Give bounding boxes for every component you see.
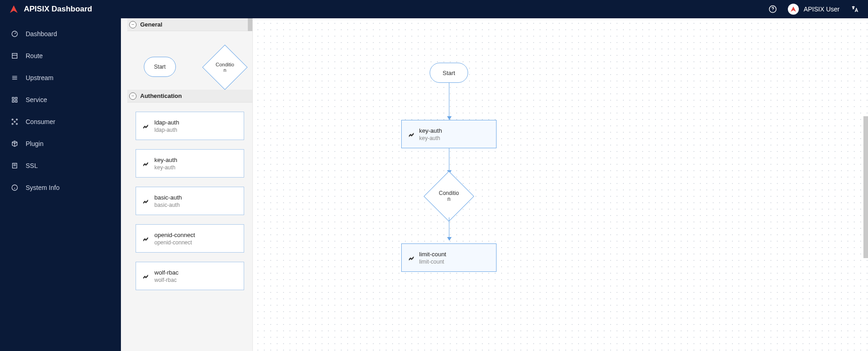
help-icon[interactable]: [769, 5, 777, 13]
plugin-icon: [142, 123, 149, 129]
plugin-title: openid-connect: [154, 232, 195, 238]
svg-point-10: [16, 119, 17, 120]
gauge-icon: [11, 30, 18, 38]
svg-rect-6: [12, 100, 14, 102]
sidebar-item-plugin[interactable]: Plugin: [0, 133, 121, 155]
sidebar-item-label: Consumer: [26, 118, 55, 125]
canvas-node-start[interactable]: Start: [430, 63, 468, 83]
layers-icon: [11, 74, 18, 81]
palette-plugin-ldap-auth[interactable]: ldap-auth ldap-auth: [136, 112, 244, 140]
plugin-icon: [142, 160, 149, 167]
palette-section-auth: ldap-auth ldap-auth key-auth key-auth: [127, 103, 252, 295]
plugin-title: wolf-rbac: [154, 269, 179, 276]
grid-icon: [11, 96, 18, 103]
svg-rect-7: [15, 100, 17, 102]
plugin-icon: [408, 254, 415, 261]
node-label: Start: [442, 70, 455, 76]
app-logo-icon: [9, 5, 18, 14]
collapse-icon[interactable]: −: [129, 92, 136, 100]
certificate-icon: [11, 162, 18, 169]
plugin-title: basic-auth: [154, 194, 182, 201]
svg-point-9: [12, 119, 13, 120]
plugin-subtitle: key-auth: [154, 164, 177, 171]
sidebar-item-route[interactable]: Route: [0, 45, 121, 67]
user-name: APISIX User: [803, 5, 840, 13]
app-title: APISIX Dashboard: [24, 5, 92, 14]
shape-palette: − General Start Condition −: [121, 18, 253, 351]
node-label: Condition: [431, 178, 467, 214]
palette-shape-condition[interactable]: Condition: [209, 51, 241, 83]
plugin-title: key-auth: [154, 157, 177, 163]
canvas-node-key-auth[interactable]: key-auth key-auth: [401, 120, 497, 148]
palette-section-auth-header[interactable]: − Authentication: [127, 90, 252, 103]
plugin-icon: [408, 131, 415, 137]
svg-rect-4: [12, 97, 14, 99]
sidebar-item-label: Upstream: [26, 74, 54, 81]
palette-section-title: Authentication: [140, 92, 182, 99]
palette-plugin-key-auth[interactable]: key-auth key-auth: [136, 149, 244, 178]
info-icon: [11, 184, 18, 191]
sidebar-item-label: Plugin: [26, 140, 44, 147]
palette-section-general: Start Condition: [127, 31, 252, 90]
avatar-icon: [788, 4, 799, 15]
sidebar-item-label: Dashboard: [26, 30, 57, 38]
plugin-subtitle: openid-connect: [154, 239, 195, 246]
route-icon: [11, 52, 18, 59]
collapse-icon[interactable]: −: [129, 21, 136, 28]
svg-point-12: [16, 123, 17, 124]
sidebar-item-service[interactable]: Service: [0, 89, 121, 111]
svg-rect-5: [15, 97, 17, 99]
sidebar-item-upstream[interactable]: Upstream: [0, 67, 121, 89]
plugin-subtitle: wolf-rbac: [154, 277, 179, 283]
sidebar-item-dashboard[interactable]: Dashboard: [0, 23, 121, 45]
node-subtitle: limit-count: [419, 259, 446, 265]
svg-point-11: [12, 123, 13, 124]
palette-plugin-wolf-rbac[interactable]: wolf-rbac wolf-rbac: [136, 262, 244, 290]
svg-point-8: [14, 121, 16, 123]
canvas-node-limit-count[interactable]: limit-count limit-count: [401, 243, 497, 272]
user-block[interactable]: APISIX User: [788, 4, 840, 15]
sidebar-item-label: System Info: [26, 184, 60, 191]
flow-canvas[interactable]: Start key-auth key-auth Condition: [253, 18, 868, 351]
plugin-icon: [142, 198, 149, 204]
sidebar-item-consumer[interactable]: Consumer: [0, 111, 121, 133]
svg-point-1: [773, 11, 773, 11]
palette-section-general-header[interactable]: − General: [127, 18, 252, 31]
node-title: key-auth: [419, 127, 442, 134]
shape-label: Start: [154, 64, 165, 70]
app-header: APISIX Dashboard APISIX User: [0, 0, 868, 18]
palette-plugin-openid-connect[interactable]: openid-connect openid-connect: [136, 224, 244, 253]
translate-icon[interactable]: [851, 5, 859, 13]
palette-shape-start[interactable]: Start: [144, 57, 176, 77]
arrow-down-icon: [447, 116, 452, 120]
plugin-subtitle: ldap-auth: [154, 127, 179, 133]
sidebar-item-label: Route: [26, 52, 43, 59]
nodes-icon: [11, 118, 18, 125]
node-subtitle: key-auth: [419, 135, 442, 141]
plugin-subtitle: basic-auth: [154, 202, 182, 208]
sidebar-item-ssl[interactable]: SSL: [0, 155, 121, 177]
sidebar-item-systeminfo[interactable]: System Info: [0, 177, 121, 199]
palette-plugin-basic-auth[interactable]: basic-auth basic-auth: [136, 187, 244, 215]
svg-rect-3: [12, 54, 17, 59]
sidebar: Dashboard Route Upstream Service: [0, 18, 121, 351]
canvas-scrollbar-thumb[interactable]: [863, 116, 868, 258]
node-title: limit-count: [419, 251, 446, 258]
main-content: − General Start Condition −: [121, 18, 868, 351]
canvas-node-condition[interactable]: Condition: [431, 178, 467, 214]
palette-section-title: General: [140, 21, 162, 28]
cube-icon: [11, 140, 18, 147]
plugin-title: ldap-auth: [154, 119, 179, 126]
arrow-down-icon: [447, 237, 452, 241]
sidebar-item-label: Service: [26, 96, 47, 103]
plugin-icon: [142, 235, 149, 242]
plugin-icon: [142, 273, 149, 279]
canvas-edge: [449, 83, 449, 120]
sidebar-item-label: SSL: [26, 162, 38, 169]
